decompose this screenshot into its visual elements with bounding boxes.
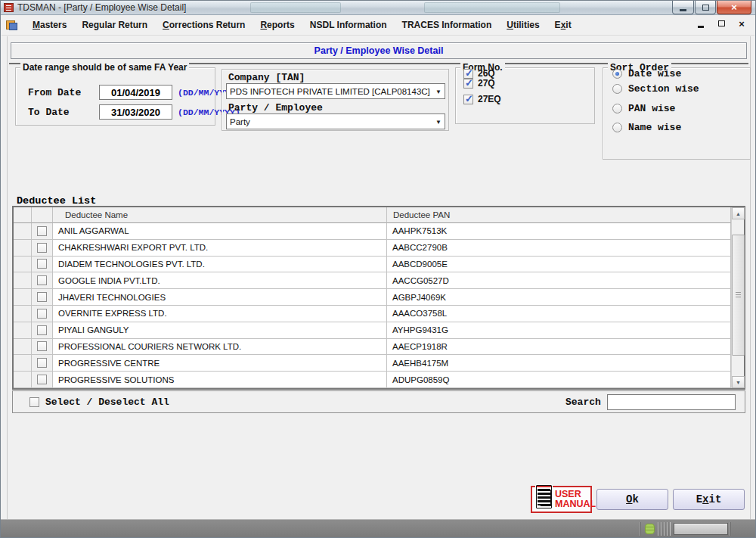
row-checkbox-cell[interactable] — [32, 339, 53, 356]
row-checkbox[interactable] — [37, 259, 47, 269]
row-checkbox[interactable] — [37, 358, 47, 368]
menu-item[interactable]: Regular Return — [74, 17, 155, 33]
row-checkbox-cell[interactable] — [32, 372, 53, 388]
exit-button[interactable]: Exit — [673, 489, 745, 510]
row-selector[interactable] — [14, 306, 32, 322]
table-row[interactable]: PROFESSIONAL COURIERS NETWORK LTD. AAECP… — [14, 339, 731, 356]
select-all-checkbox[interactable] — [29, 397, 39, 407]
row-selector[interactable] — [14, 322, 32, 339]
form-no-option[interactable]: 27Q — [463, 78, 495, 89]
deductee-name-cell[interactable]: ANIL AGGARWAL — [53, 223, 387, 240]
row-checkbox[interactable] — [37, 226, 47, 236]
ok-button[interactable]: Ok — [596, 489, 668, 510]
table-row[interactable]: JHAVERI TECHNOLOGIES AGBPJ4069K — [14, 289, 731, 306]
deductee-pan-cell[interactable]: AABCC2790B — [387, 240, 731, 257]
deductee-name-cell[interactable]: GOOGLE INDIA PVT.LTD. — [53, 272, 387, 289]
deductee-name-cell[interactable]: DIADEM TECHNOLOGIES PVT. LTD. — [53, 257, 387, 273]
deductee-pan-cell[interactable]: ADUPG0859Q — [387, 372, 731, 388]
mdi-child-icon[interactable] — [6, 20, 17, 30]
maximize-button[interactable] — [695, 1, 716, 14]
row-checkbox[interactable] — [37, 292, 47, 302]
sort-order-option[interactable]: Name wise — [612, 122, 681, 133]
menu-item[interactable]: Utilities — [499, 17, 547, 33]
deductee-pan-cell[interactable]: AAACO3758L — [387, 306, 731, 322]
deductee-pan-header[interactable]: Deductee PAN — [387, 207, 731, 223]
row-checkbox[interactable] — [37, 275, 47, 285]
user-manual-button[interactable]: USER MANUAL — [531, 486, 592, 513]
sort-order-option[interactable]: Section wise — [612, 83, 699, 95]
party-employee-dropdown-value: Party — [230, 117, 250, 126]
deductee-pan-cell[interactable]: AACCG0527D — [387, 272, 731, 289]
minimize-button[interactable] — [672, 1, 694, 14]
menu-item[interactable]: NSDL Information — [302, 17, 395, 33]
row-selector[interactable] — [14, 257, 32, 273]
sort-order-option[interactable]: PAN wise — [612, 103, 675, 114]
scroll-down-button[interactable]: ▼ — [732, 376, 745, 388]
row-checkbox-cell[interactable] — [32, 355, 53, 372]
menu-item[interactable]: Masters — [25, 17, 74, 33]
to-date-input[interactable] — [99, 104, 172, 120]
company-dropdown[interactable]: PDS INFOTECH PRIVATE LIMITED [CALP08143C… — [226, 83, 445, 99]
row-checkbox-cell[interactable] — [32, 272, 53, 289]
vertical-scrollbar[interactable]: ▲ ▼ — [731, 207, 744, 388]
deductee-pan-cell[interactable]: AAEHB4175M — [387, 355, 731, 372]
row-checkbox[interactable] — [37, 375, 47, 384]
row-checkbox-cell[interactable] — [32, 322, 53, 339]
deductee-pan-cell[interactable]: AAECP1918R — [387, 339, 731, 356]
deductee-pan-cell[interactable]: AYHPG9431G — [387, 322, 731, 339]
row-checkbox[interactable] — [37, 325, 47, 335]
row-checkbox-cell[interactable] — [32, 289, 53, 306]
table-row[interactable]: DIADEM TECHNOLOGIES PVT. LTD. AABCD9005E — [14, 257, 731, 273]
row-checkbox-cell[interactable] — [32, 240, 53, 257]
form-no-option[interactable]: 27EQ — [463, 94, 501, 104]
deductee-name-cell[interactable]: PIYALI GANGULY — [53, 322, 387, 339]
from-date-input[interactable] — [99, 85, 172, 100]
sort-order-option[interactable]: Date wise — [612, 68, 681, 79]
row-selector[interactable] — [14, 240, 32, 257]
table-row[interactable]: ANIL AGGARWAL AAHPK7513K — [14, 223, 731, 240]
deductee-name-cell[interactable]: CHAKRESHWARI EXPORT PVT. LTD. — [53, 240, 387, 257]
party-employee-dropdown[interactable]: Party ▼ — [226, 114, 445, 129]
table-row[interactable]: OVERNITE EXPRESS LTD. AAACO3758L — [14, 306, 731, 322]
menu-item[interactable]: TRACES Information — [395, 17, 500, 33]
row-selector[interactable] — [14, 223, 32, 240]
table-row[interactable]: CHAKRESHWARI EXPORT PVT. LTD. AABCC2790B — [14, 240, 731, 257]
mdi-close-button[interactable]: × — [736, 18, 747, 29]
deductee-pan-cell[interactable]: AGBPJ4069K — [387, 289, 731, 306]
row-checkbox[interactable] — [37, 341, 47, 351]
form-no-option-label: 27EQ — [478, 94, 501, 104]
deductee-name-cell[interactable]: OVERNITE EXPRESS LTD. — [53, 306, 387, 322]
close-button[interactable]: × — [717, 1, 751, 14]
menu-item[interactable]: Exit — [547, 17, 579, 33]
row-selector[interactable] — [14, 272, 32, 289]
row-checkbox-cell[interactable] — [32, 223, 53, 240]
deductee-name-cell[interactable]: PROGRESSIVE CENTRE — [53, 355, 387, 372]
search-input[interactable] — [607, 394, 736, 410]
row-checkbox-cell[interactable] — [32, 306, 53, 322]
table-row[interactable]: PROGRESSIVE CENTRE AAEHB4175M — [14, 355, 731, 372]
deductee-pan-cell[interactable]: AABCD9005E — [387, 257, 731, 273]
scroll-up-button[interactable]: ▲ — [732, 207, 745, 219]
mdi-minimize-button[interactable] — [696, 18, 706, 29]
row-checkbox[interactable] — [37, 243, 47, 253]
deductee-name-cell[interactable]: PROGRESSIVE SOLUTIONS — [53, 372, 387, 388]
deductee-name-header[interactable]: Deductee Name — [53, 207, 387, 223]
mdi-restore-button[interactable] — [716, 18, 727, 29]
row-checkbox-cell[interactable] — [32, 257, 53, 273]
menu-item[interactable]: Corrections Return — [155, 17, 253, 33]
deductee-pan-cell[interactable]: AAHPK7513K — [387, 223, 731, 240]
table-row[interactable]: PIYALI GANGULY AYHPG9431G — [14, 322, 731, 339]
menu-item[interactable]: Reports — [253, 17, 302, 33]
deductee-list-title: Deductee List — [17, 195, 96, 207]
deductee-name-cell[interactable]: JHAVERI TECHNOLOGIES — [53, 289, 387, 306]
row-selector[interactable] — [14, 355, 32, 372]
row-selector[interactable] — [14, 289, 32, 306]
row-checkbox[interactable] — [37, 309, 47, 319]
row-selector[interactable] — [14, 339, 32, 356]
scrollbar-thumb[interactable] — [732, 235, 745, 356]
table-row[interactable]: GOOGLE INDIA PVT.LTD. AACCG0527D — [14, 272, 731, 289]
table-row[interactable]: PROGRESSIVE SOLUTIONS ADUPG0859Q — [14, 372, 731, 388]
row-selector[interactable] — [14, 372, 32, 388]
statusbar-panel — [674, 523, 728, 535]
deductee-name-cell[interactable]: PROFESSIONAL COURIERS NETWORK LTD. — [53, 339, 387, 356]
